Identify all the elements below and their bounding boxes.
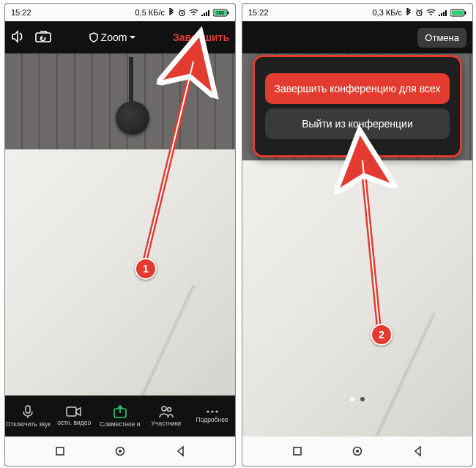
android-nav-bar <box>242 437 472 466</box>
signal-icon <box>201 9 210 16</box>
bluetooth-icon <box>168 8 175 17</box>
svg-point-13 <box>215 410 217 412</box>
leave-meeting-dialog: Завершить конференцию для всех Выйти из … <box>253 55 462 157</box>
wifi-icon <box>426 9 436 16</box>
svg-rect-19 <box>452 10 464 15</box>
switch-camera-icon[interactable] <box>34 30 52 45</box>
wifi-icon <box>189 9 198 16</box>
video-icon <box>66 406 82 417</box>
zoom-top-bar: Отмена <box>242 21 472 53</box>
zoom-top-bar: Zoom Завершить <box>5 21 235 53</box>
svg-rect-6 <box>26 406 30 413</box>
alarm-icon <box>178 9 186 17</box>
zoom-bottom-toolbar: Отключить звук остн. видео Совместное и … <box>5 395 235 437</box>
more-button[interactable]: Подробнее <box>189 409 235 423</box>
annotation-badge-1: 1 <box>135 258 157 280</box>
cancel-button[interactable]: Отмена <box>417 28 466 48</box>
svg-point-12 <box>211 410 213 412</box>
nav-home-icon[interactable] <box>114 445 126 457</box>
end-meeting-button[interactable]: Завершить <box>173 31 229 43</box>
more-icon <box>205 409 220 415</box>
android-status-bar: 15:22 0,3 КБ/с <box>242 4 472 21</box>
phone-screenshot-1: 15:22 0,5 КБ/с 100 Zoom Завершить <box>4 3 236 467</box>
mute-audio-button[interactable]: Отключить звук <box>5 404 51 428</box>
end-for-all-button[interactable]: Завершить конференцию для всех <box>265 73 450 104</box>
nav-recents-icon[interactable] <box>291 445 303 457</box>
leave-meeting-button[interactable]: Выйти из конференции <box>265 108 450 139</box>
shield-icon <box>89 32 99 42</box>
share-screen-button[interactable]: Совместное и <box>97 404 144 428</box>
video-feed <box>5 53 235 395</box>
battery-icon <box>450 9 466 17</box>
nav-back-icon[interactable] <box>412 445 424 457</box>
participants-icon <box>158 405 174 418</box>
participants-button[interactable]: Участники <box>143 405 189 427</box>
status-time: 15:22 <box>11 8 31 17</box>
nav-home-icon[interactable] <box>352 445 363 457</box>
status-time: 15:22 <box>248 8 269 17</box>
battery-icon: 100 <box>213 9 229 17</box>
nav-recents-icon[interactable] <box>54 445 66 457</box>
android-nav-bar <box>5 437 235 466</box>
annotation-badge-2: 2 <box>371 324 393 346</box>
svg-point-23 <box>356 450 359 453</box>
android-status-bar: 15:22 0,5 КБ/с 100 <box>5 4 235 21</box>
share-icon <box>113 404 127 419</box>
svg-rect-7 <box>67 407 76 416</box>
svg-rect-3 <box>228 11 229 14</box>
microphone-icon <box>21 404 35 419</box>
svg-point-9 <box>162 406 166 411</box>
alarm-icon <box>415 9 423 17</box>
zoom-app-label[interactable]: Zoom <box>89 31 137 43</box>
speaker-icon[interactable] <box>11 30 27 45</box>
status-net-speed: 0,5 КБ/с <box>135 8 165 17</box>
svg-text:100: 100 <box>216 10 224 15</box>
chevron-down-icon <box>129 34 136 40</box>
svg-point-11 <box>207 410 209 412</box>
phone-screenshot-2: 15:22 0,3 КБ/с Отмена Завершить конферен… <box>242 3 473 467</box>
page-indicator <box>242 397 472 401</box>
svg-rect-20 <box>465 11 466 14</box>
bluetooth-icon <box>405 8 412 17</box>
svg-rect-14 <box>56 447 64 455</box>
svg-point-16 <box>119 450 122 453</box>
stop-video-button[interactable]: остн. видео <box>51 406 97 426</box>
svg-rect-21 <box>294 447 301 455</box>
signal-icon <box>439 9 447 16</box>
status-net-speed: 0,3 КБ/с <box>372 8 402 17</box>
svg-point-10 <box>167 408 171 412</box>
nav-back-icon[interactable] <box>175 445 187 457</box>
